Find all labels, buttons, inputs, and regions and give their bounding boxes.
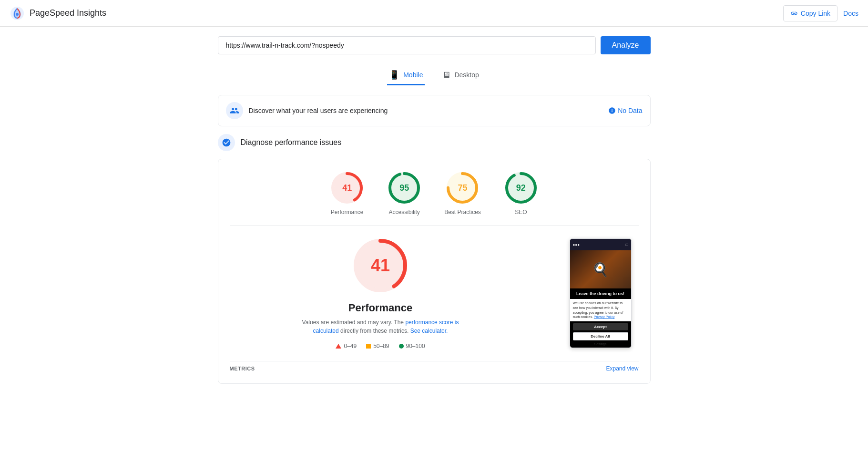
header-left: PageSpeed Insights xyxy=(10,6,106,21)
search-row: Analyze xyxy=(218,36,651,54)
link-icon xyxy=(790,10,798,17)
perf-left: 41 Performance Values are estimated and … xyxy=(230,237,531,349)
phone-image: 🍳 xyxy=(570,250,631,288)
real-users-bar: Discover what your real users are experi… xyxy=(218,95,651,126)
legend-circle-icon xyxy=(399,344,404,349)
perf-subtitle-text: Values are estimated and may vary. The xyxy=(302,319,404,326)
best-practices-score: 75 xyxy=(458,183,467,193)
perf-subtitle-mid: directly from these metrics. xyxy=(340,328,408,334)
score-item-accessibility[interactable]: 95 Accessibility xyxy=(387,171,421,216)
url-input[interactable] xyxy=(218,36,596,54)
score-circles: 41 Performance 95 Accessibility xyxy=(230,171,639,226)
phone-status-right: □ xyxy=(626,243,628,247)
score-legend: 0–49 50–89 90–100 xyxy=(336,343,425,349)
phone-decline-btn[interactable]: Decline All xyxy=(573,332,628,340)
main-content: Analyze 📱 Mobile 🖥 Desktop Discover what… xyxy=(210,27,658,393)
no-data-link[interactable]: No Data xyxy=(608,107,642,114)
performance-score: 41 xyxy=(342,183,352,193)
accessibility-score: 95 xyxy=(399,183,409,193)
header: PageSpeed Insights Copy Link Docs xyxy=(0,0,868,27)
legend-item-90-100: 90–100 xyxy=(399,343,425,349)
tab-desktop[interactable]: 🖥 Desktop xyxy=(440,66,480,85)
copy-link-label: Copy Link xyxy=(801,10,830,17)
users-icon xyxy=(226,102,243,119)
tab-desktop-label: Desktop xyxy=(454,71,479,79)
phone-privacy-link[interactable]: Privacy Policy xyxy=(594,315,615,318)
seo-circle: 92 xyxy=(504,171,538,205)
tab-mobile-label: Mobile xyxy=(403,71,423,79)
expand-view-label: Expand view xyxy=(606,365,638,372)
docs-button[interactable]: Docs xyxy=(843,10,858,17)
accessibility-label: Accessibility xyxy=(388,209,419,216)
large-performance-circle: 41 xyxy=(352,237,409,294)
metrics-label: METRICS xyxy=(230,366,255,371)
legend-item-50-89: 50–89 xyxy=(366,343,389,349)
phone-cookie-banner: We use cookies on our website to see how… xyxy=(570,299,631,321)
legend-item-0-49: 0–49 xyxy=(336,343,357,349)
tab-mobile[interactable]: 📱 Mobile xyxy=(387,66,425,85)
perf-divider xyxy=(547,237,547,349)
score-item-performance[interactable]: 41 Performance xyxy=(330,171,364,216)
expand-view-link[interactable]: Expand view xyxy=(606,365,638,372)
phone-screenshot: ●●● □ 🍳 Leave the driving to us! We use … xyxy=(570,238,632,348)
phone-top-bar: ●●● □ xyxy=(570,239,631,250)
perf-right: ●●● □ 🍳 Leave the driving to us! We use … xyxy=(562,237,639,349)
legend-square-icon xyxy=(366,344,371,349)
perf-subtitle: Values are estimated and may vary. The p… xyxy=(295,318,466,335)
phone-status-left: ●●● xyxy=(573,243,580,247)
best-practices-circle: 75 xyxy=(445,171,480,205)
diagnose-title: Diagnose performance issues xyxy=(241,138,342,147)
tabs-row: 📱 Mobile 🖥 Desktop xyxy=(218,66,651,85)
desktop-icon: 🖥 xyxy=(442,70,450,80)
header-right: Copy Link Docs xyxy=(783,5,858,21)
docs-label: Docs xyxy=(843,10,858,17)
legend-range-50-89: 50–89 xyxy=(373,343,389,349)
see-calculator-link[interactable]: See calculator. xyxy=(410,328,448,334)
seo-label: SEO xyxy=(515,209,527,216)
large-performance-score: 41 xyxy=(371,256,390,276)
copy-link-button[interactable]: Copy Link xyxy=(783,5,837,21)
accessibility-circle: 95 xyxy=(387,171,421,205)
mobile-icon: 📱 xyxy=(389,70,399,80)
diagnose-header: Diagnose performance issues xyxy=(218,134,651,151)
no-data-label: No Data xyxy=(618,107,642,114)
psi-logo-icon xyxy=(10,6,25,21)
performance-detail: 41 Performance Values are estimated and … xyxy=(230,226,639,361)
info-bar-left: Discover what your real users are experi… xyxy=(226,102,388,119)
performance-label: Performance xyxy=(331,209,364,216)
real-users-text: Discover what your real users are experi… xyxy=(249,107,388,114)
phone-img-icon: 🍳 xyxy=(592,262,609,277)
phone-accept-btn[interactable]: Accept xyxy=(573,323,628,330)
phone-overlay-text: Leave the driving to us! xyxy=(570,288,631,299)
metrics-footer: METRICS Expand view xyxy=(230,361,639,372)
legend-range-90-100: 90–100 xyxy=(406,343,425,349)
score-item-seo[interactable]: 92 SEO xyxy=(504,171,538,216)
seo-score: 92 xyxy=(516,183,526,193)
diagnose-icon xyxy=(218,134,235,151)
perf-link2-text: See calculator. xyxy=(410,328,448,334)
score-item-best-practices[interactable]: 75 Best Practices xyxy=(444,171,481,216)
app-title: PageSpeed Insights xyxy=(30,8,106,18)
analyze-label: Analyze xyxy=(612,41,639,49)
perf-title: Performance xyxy=(348,302,413,314)
svg-point-1 xyxy=(16,13,19,16)
score-card: 41 Performance 95 Accessibility xyxy=(218,159,651,384)
legend-range-0-49: 0–49 xyxy=(344,343,357,349)
analyze-button[interactable]: Analyze xyxy=(601,36,651,54)
best-practices-label: Best Practices xyxy=(444,209,481,216)
phone-settings-link[interactable]: Settings xyxy=(570,341,631,347)
info-icon xyxy=(608,107,616,114)
legend-triangle-icon xyxy=(336,344,341,349)
performance-circle: 41 xyxy=(330,171,364,205)
